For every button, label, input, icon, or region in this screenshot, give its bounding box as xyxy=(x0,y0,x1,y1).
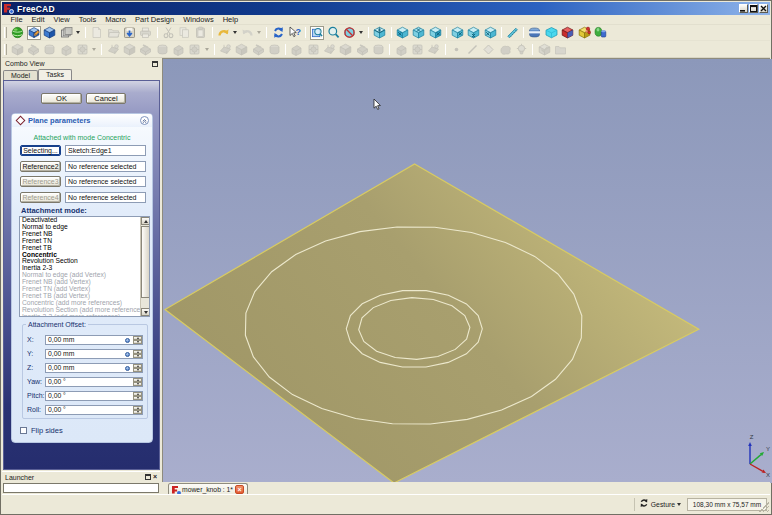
toolbar-drag-handle[interactable] xyxy=(4,44,7,55)
box-stack-icon[interactable] xyxy=(59,26,73,40)
reference-button-1[interactable]: Selecting... xyxy=(20,145,61,156)
tab-tasks[interactable]: Tasks xyxy=(38,69,72,80)
zoom-icon[interactable] xyxy=(326,26,340,40)
expression-binding-icon[interactable] xyxy=(125,366,130,371)
launcher-titlebar[interactable]: Launcher × xyxy=(2,471,160,482)
view-top-icon[interactable] xyxy=(412,26,426,40)
spin-down-icon[interactable] xyxy=(133,410,142,414)
flip-sides-row[interactable]: Flip sides xyxy=(20,426,63,435)
close-button[interactable] xyxy=(759,4,768,13)
undo-icon[interactable] xyxy=(216,26,230,40)
view-front-icon[interactable] xyxy=(395,26,409,40)
redo-dropdown-icon xyxy=(256,26,263,40)
spin-down-icon[interactable] xyxy=(133,368,142,372)
scroll-down-icon[interactable] xyxy=(141,308,150,316)
toolbar-drag-handle[interactable] xyxy=(4,27,7,38)
measure-icon[interactable] xyxy=(506,26,520,40)
view-right-icon[interactable] xyxy=(428,26,442,40)
resize-grip[interactable] xyxy=(759,502,769,512)
scroll-up-icon[interactable] xyxy=(141,217,150,225)
material-atoms-icon[interactable] xyxy=(577,26,591,40)
clipping-plane-icon[interactable] xyxy=(528,26,542,40)
combo-view-titlebar[interactable]: Combo View xyxy=(3,58,160,69)
draw-style-icon[interactable] xyxy=(343,26,357,40)
appearance-cube-icon[interactable] xyxy=(561,26,575,40)
reference-field-2[interactable]: No reference selected xyxy=(65,161,146,172)
menu-view[interactable]: View xyxy=(49,15,74,25)
spin-down-icon[interactable] xyxy=(133,340,142,344)
offset-input-y[interactable]: 0,00 mm xyxy=(45,349,143,359)
offset-input-roll[interactable]: 0,00 ° xyxy=(45,405,143,415)
partdesign-body-icon[interactable] xyxy=(27,26,41,40)
hole-icon xyxy=(155,42,169,56)
float-panel-icon[interactable] xyxy=(145,474,151,480)
reference-field-1[interactable]: Sketch:Edge1 xyxy=(65,145,146,156)
view-axonometric-icon[interactable] xyxy=(373,26,387,40)
spinner-control[interactable] xyxy=(133,350,142,358)
offset-row: X:0,00 mm xyxy=(27,335,143,345)
offset-input-z[interactable]: 0,00 mm xyxy=(45,363,143,373)
menu-part-design[interactable]: Part Design xyxy=(131,15,179,25)
expression-binding-icon[interactable] xyxy=(125,352,130,357)
menu-windows[interactable]: Windows xyxy=(179,15,218,25)
draft-icon xyxy=(323,42,337,56)
tab-model[interactable]: Model xyxy=(3,70,38,80)
draw-style-dropdown-icon[interactable] xyxy=(358,26,365,40)
blue-cube-icon[interactable] xyxy=(43,26,57,40)
spinner-control[interactable] xyxy=(133,336,142,344)
offset-input-pitch[interactable]: 0,00 ° xyxy=(45,391,143,401)
spinner-control[interactable] xyxy=(133,406,142,414)
whats-this-icon[interactable]: ? xyxy=(287,26,301,40)
color-per-face-icon[interactable] xyxy=(593,26,607,40)
reorient-sketch-icon xyxy=(59,42,73,56)
plane-parameters-header[interactable]: Plane parameters xyxy=(12,114,152,127)
reference-field-3[interactable]: No reference selected xyxy=(65,176,146,187)
title-bar[interactable]: FreeCAD xyxy=(2,2,770,15)
expression-binding-icon[interactable] xyxy=(125,338,130,343)
spin-down-icon[interactable] xyxy=(133,382,142,386)
cancel-button[interactable]: Cancel xyxy=(86,93,126,104)
offset-input-yaw[interactable]: 0,00 ° xyxy=(45,377,143,387)
spinner-control[interactable] xyxy=(133,392,142,400)
list-scrollbar[interactable] xyxy=(140,217,149,316)
reference-field-4[interactable]: No reference selected xyxy=(65,192,146,203)
minimize-button[interactable] xyxy=(739,4,748,13)
menu-edit[interactable]: Edit xyxy=(27,15,49,25)
offset-input-x[interactable]: 0,00 mm xyxy=(45,335,143,345)
maximize-button[interactable] xyxy=(749,4,758,13)
fit-all-icon[interactable] xyxy=(310,26,324,40)
launcher-input[interactable] xyxy=(3,483,159,493)
view-left-icon[interactable] xyxy=(483,26,497,40)
navigation-style-button[interactable]: Gesture xyxy=(634,498,685,511)
view-rear-icon[interactable] xyxy=(450,26,464,40)
web-sphere-icon[interactable] xyxy=(10,26,24,40)
view-bottom-icon[interactable] xyxy=(467,26,481,40)
offset-value: 0,00 mm xyxy=(48,350,74,357)
paste-icon xyxy=(194,26,208,40)
menu-help[interactable]: Help xyxy=(218,15,242,25)
menu-tools[interactable]: Tools xyxy=(74,15,101,25)
ok-button[interactable]: OK xyxy=(41,93,82,104)
menu-macro[interactable]: Macro xyxy=(101,15,131,25)
flip-sides-checkbox[interactable] xyxy=(20,427,27,434)
float-panel-icon[interactable] xyxy=(152,61,158,67)
3d-viewport[interactable]: ZYX xyxy=(162,58,770,482)
texture-box-icon[interactable] xyxy=(544,26,558,40)
box-stack-dropdown-icon[interactable] xyxy=(75,26,82,40)
refresh-icon[interactable] xyxy=(271,26,285,40)
spin-down-icon[interactable] xyxy=(133,354,142,358)
close-panel-icon[interactable]: × xyxy=(153,474,157,480)
reference-button-2[interactable]: Reference2 xyxy=(20,161,61,172)
spinner-control[interactable] xyxy=(133,378,142,386)
spin-down-icon[interactable] xyxy=(133,396,142,400)
save-icon[interactable] xyxy=(122,26,136,40)
attachment-mode-list[interactable]: DeactivatedNormal to edgeFrenet NBFrenet… xyxy=(19,216,150,317)
close-document-icon[interactable]: × xyxy=(235,485,244,494)
scrollbar-thumb[interactable] xyxy=(141,226,150,298)
spinner-control[interactable] xyxy=(133,364,142,372)
svg-text:?: ? xyxy=(295,27,301,37)
menu-file[interactable]: File xyxy=(6,15,27,25)
undo-dropdown-icon[interactable] xyxy=(232,26,239,40)
collapse-section-icon[interactable] xyxy=(140,116,149,125)
redo-icon xyxy=(241,26,255,40)
